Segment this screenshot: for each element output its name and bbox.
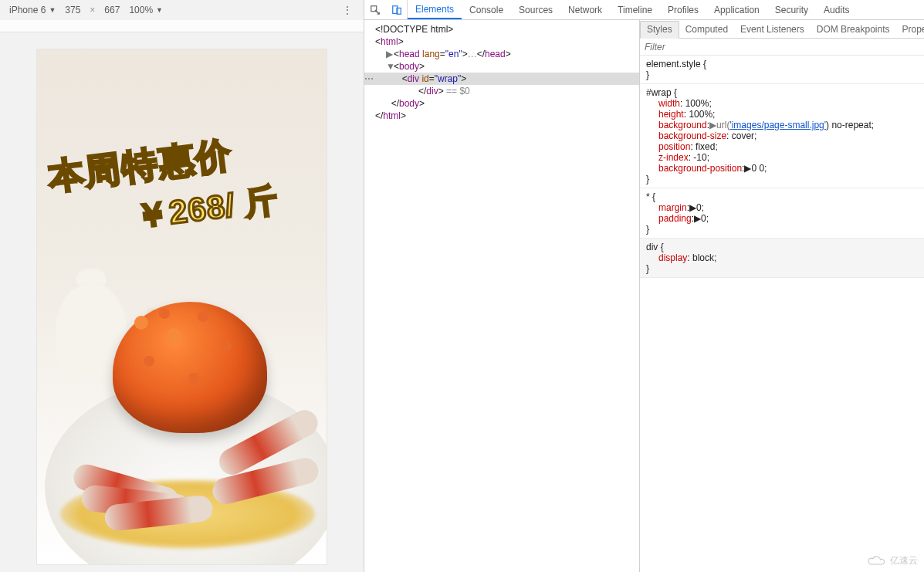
devtools-toolbar: Elements Console Sources Network Timelin…	[364, 0, 924, 20]
rule-div[interactable]: div { display: block; }	[640, 239, 924, 278]
devtools-body: <!DOCTYPE html> <html> ▶<head lang="en">…	[364, 20, 924, 572]
device-selector[interactable]: iPhone 6 ▼	[5, 5, 60, 15]
tab-audits[interactable]: Audits	[816, 0, 857, 19]
rule-star[interactable]: * { margin:▶0; padding:▶0; }	[640, 188, 924, 239]
phone-viewport[interactable]: 本周特惠价 ￥268/ 斤	[37, 49, 327, 564]
decl-position[interactable]: position: fixed;	[646, 141, 918, 152]
device-preview-pane: iPhone 6 ▼ 375 × 667 100% ▼ ⋮ 本周特惠价 ￥268…	[0, 0, 364, 572]
device-toolbar: iPhone 6 ▼ 375 × 667 100% ▼ ⋮	[0, 0, 364, 20]
watermark: 亿速云	[867, 554, 918, 567]
zoom-selector[interactable]: 100% ▼	[124, 5, 168, 15]
tab-profiles[interactable]: Profiles	[660, 0, 706, 19]
styles-tab-dom-breakpoints[interactable]: DOM Breakpoints	[811, 20, 896, 38]
dom-wrap-selected[interactable]: <div id="wrap">	[364, 73, 639, 85]
styles-tabs: Styles Computed Event Listeners DOM Brea…	[640, 20, 924, 39]
chevron-down-icon: ▼	[156, 6, 163, 14]
dom-html-close[interactable]: </html>	[364, 110, 639, 122]
dom-html-open[interactable]: <html>	[364, 36, 639, 48]
dom-doctype[interactable]: <!DOCTYPE html>	[364, 23, 639, 36]
decl-bg-position[interactable]: background-position:▶0 0;	[646, 163, 918, 174]
styles-filter[interactable]	[640, 39, 924, 56]
viewport-height[interactable]: 667	[100, 5, 124, 15]
tab-timeline[interactable]: Timeline	[610, 0, 660, 19]
tab-sources[interactable]: Sources	[511, 0, 560, 19]
styles-panel: Styles Computed Event Listeners DOM Brea…	[640, 20, 924, 572]
device-mode-icon[interactable]	[386, 0, 408, 19]
styles-filter-input[interactable]	[640, 39, 924, 55]
decl-margin[interactable]: margin:▶0;	[646, 202, 918, 213]
device-stage: 本周特惠价 ￥268/ 斤	[0, 32, 364, 572]
tab-network[interactable]: Network	[560, 0, 610, 19]
decl-z-index[interactable]: z-index: -10;	[646, 152, 918, 163]
decl-bg-size[interactable]: background-size: cover;	[646, 130, 918, 141]
styles-tab-event-listeners[interactable]: Event Listeners	[734, 20, 811, 38]
chevron-down-icon: ▼	[49, 6, 56, 14]
styles-tab-styles[interactable]: Styles	[640, 21, 679, 39]
dom-wrap-close-hint[interactable]: </div> == $0	[364, 85, 639, 97]
tab-application[interactable]: Application	[706, 0, 767, 19]
rule-element-style[interactable]: element.style { }	[640, 56, 924, 84]
watermark-text: 亿速云	[890, 554, 918, 567]
device-name: iPhone 6	[9, 5, 46, 15]
styles-tab-properties[interactable]: Properties	[895, 20, 924, 38]
elements-tree[interactable]: <!DOCTYPE html> <html> ▶<head lang="en">…	[364, 20, 640, 572]
css-rules[interactable]: element.style { } #wrap { width: 100%; h…	[640, 56, 924, 572]
more-options-icon[interactable]: ⋮	[336, 4, 359, 16]
styles-tab-computed[interactable]: Computed	[679, 20, 734, 38]
ruler	[0, 20, 364, 32]
dom-head[interactable]: ▶<head lang="en">…</head>	[364, 48, 639, 60]
cloud-icon	[867, 555, 887, 567]
devtools-pane: Elements Console Sources Network Timelin…	[364, 0, 924, 572]
inspect-icon[interactable]	[364, 0, 386, 19]
decl-padding[interactable]: padding:▶0;	[646, 213, 918, 224]
decl-height[interactable]: height: 100%;	[646, 109, 918, 120]
decl-display[interactable]: display: block;	[646, 252, 918, 263]
rule-wrap[interactable]: #wrap { width: 100%; height: 100%; backg…	[640, 84, 924, 188]
dom-body-open[interactable]: ▼<body>	[364, 60, 639, 73]
tab-elements[interactable]: Elements	[408, 0, 462, 19]
devtools-tabs: Elements Console Sources Network Timelin…	[408, 0, 857, 19]
crab-graphic	[82, 286, 298, 518]
dom-body-close[interactable]: </body>	[364, 97, 639, 110]
tab-console[interactable]: Console	[462, 0, 511, 19]
zoom-value: 100%	[129, 5, 153, 15]
tab-security[interactable]: Security	[767, 0, 816, 19]
dimension-separator: ×	[85, 5, 100, 15]
viewport-width[interactable]: 375	[60, 5, 85, 15]
decl-background[interactable]: background:▶url('images/page-small.jpg')…	[646, 120, 918, 130]
decl-width[interactable]: width: 100%;	[646, 98, 918, 109]
